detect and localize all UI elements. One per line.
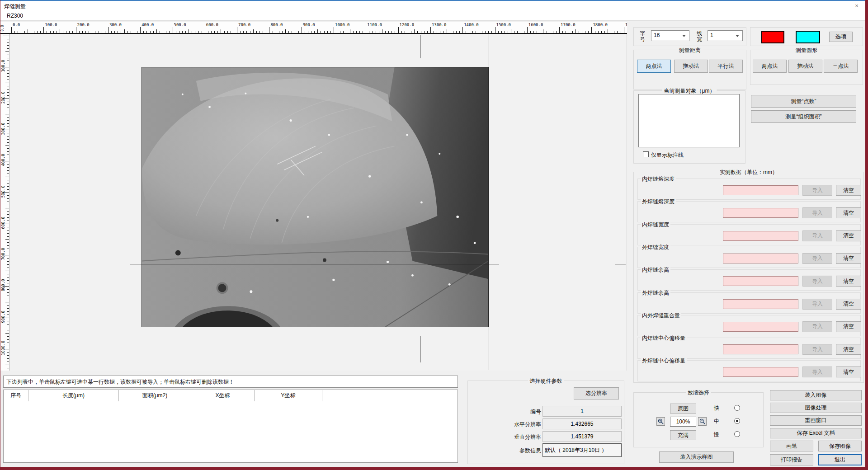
print-report-button[interactable]: 打印报告 [770,454,813,465]
import-button[interactable]: 导入 [802,185,832,196]
zoom-in-button[interactable] [656,417,665,426]
measured-data-group: 实测数据（单位：mm） 内焊缝熔深度导入清空外焊缝熔深度导入清空内焊缝宽度导入清… [633,172,864,383]
style-controls-group: 字号 16 线宽 1 [633,27,746,46]
clear-button[interactable]: 清空 [836,344,861,355]
measured-value-field[interactable] [723,344,798,354]
speed-label-3: 慢 [714,431,719,438]
method-button-3[interactable]: 平行法 [709,60,743,73]
load-demo-button[interactable]: 装入演示样图 [659,451,734,463]
measure-line-horizontal [130,264,499,264]
original-size-button[interactable]: 原图 [670,404,696,414]
speed-radio-1[interactable] [734,405,740,411]
method-button-1[interactable]: 两点法 [753,60,787,73]
method-button-3[interactable]: 三点法 [824,60,858,73]
ruler-v-label: 1100.0 [1,369,5,371]
desktop-edge [0,467,868,470]
ruler-h-label: 1100.0 [367,23,382,27]
import-button[interactable]: 导入 [802,253,832,264]
clear-button[interactable]: 清空 [836,299,861,310]
image-canvas[interactable] [9,34,627,371]
primary-color-swatch[interactable] [761,31,784,43]
ruler-h-label: 1800.0 [593,23,608,27]
table-header-4[interactable]: X坐标 [191,390,255,401]
hardware-group: 选择硬件参数 选分辨率 编号 水平分辨率 垂直分辨率 参数信息 [467,381,624,464]
clear-button[interactable]: 清空 [836,276,861,287]
measured-value-field[interactable] [723,231,798,241]
clear-button[interactable]: 清空 [836,253,861,264]
ruler-h-label: 1300.0 [432,23,447,27]
save-excel-button[interactable]: 保存 Excel 文档 [770,428,862,438]
ruler-v-label: 1000.0 [1,338,5,358]
load-image-button[interactable]: 装入图像 [770,390,862,400]
measured-value-field[interactable] [723,208,798,218]
hardware-title: 选择硬件参数 [528,377,564,385]
import-button[interactable]: 导入 [802,344,832,355]
speed-radio-2[interactable] [734,418,740,424]
measure-area-button[interactable]: 测量“组织面积” [751,110,856,123]
table-header-5[interactable]: Y坐标 [255,390,322,401]
speed-label-2: 中 [714,418,719,425]
h-resolution-field[interactable] [542,418,622,429]
current-object-listbox[interactable] [638,94,740,147]
clear-button[interactable]: 清空 [836,321,861,332]
save-image-button[interactable]: 保存图像 [818,441,862,451]
clear-button[interactable]: 清空 [836,185,861,196]
method-button-2[interactable]: 拖动法 [788,60,822,73]
device-id-label: 编号 [500,408,541,416]
import-button[interactable]: 导入 [802,276,832,287]
clear-button[interactable]: 清空 [836,230,861,241]
desktop: 焊缝测量 × RZ300 0.0 0.0100.0200.0300.0400.0… [0,0,868,470]
measured-value-field[interactable] [723,185,798,195]
table-header-3[interactable]: 面积(μm2) [119,390,191,401]
measured-value-field[interactable] [723,254,798,263]
chevron-down-icon[interactable] [682,35,686,37]
method-button-1[interactable]: 两点法 [637,60,671,73]
import-button[interactable]: 导入 [802,367,832,377]
measure-distance-title: 测量距离 [677,47,703,54]
v-resolution-field[interactable] [542,431,622,442]
zoom-percent-field[interactable] [670,417,696,427]
table-header-2[interactable]: 长度(μm) [28,390,119,401]
chevron-down-icon[interactable] [736,35,739,37]
measured-value-field[interactable] [723,276,798,286]
ruler-h-label: 1400.0 [464,23,479,27]
process-image-button[interactable]: 图像处理 [770,403,862,413]
show-annotation-checkbox[interactable] [643,151,649,157]
measured-row-label: 内焊缝中心偏移量 [641,334,687,342]
clear-button[interactable]: 清空 [836,367,861,377]
page-boundary-line [489,34,489,370]
line-width-label: 线宽 [696,31,703,42]
exit-button[interactable]: 退出 [818,454,862,465]
clear-button[interactable]: 清空 [836,207,861,218]
measured-value-field[interactable] [723,299,798,309]
ruler-h-label: 1700.0 [561,23,576,27]
line-width-select[interactable]: 1 [708,30,743,41]
measured-row: 外焊缝宽度导入清空 [637,247,861,268]
method-button-2[interactable]: 拖动法 [674,60,708,73]
param-info-field[interactable] [542,443,622,457]
table-header-1[interactable]: 序号 [4,390,28,401]
measured-value-field[interactable] [723,322,798,332]
import-button[interactable]: 导入 [802,299,832,310]
close-icon[interactable]: × [851,2,863,10]
pen-button[interactable]: 画笔 [770,441,813,451]
speed-radio-3[interactable] [734,431,740,437]
import-button[interactable]: 导入 [802,230,832,241]
measure-points-button[interactable]: 测量“点数” [751,95,856,108]
ruler-v-label: 500.0 [1,181,5,202]
measured-row-label: 外焊缝宽度 [641,244,670,251]
redraw-window-button[interactable]: 重画窗口 [770,415,862,426]
results-table[interactable]: 序号长度(μm)面积(μm2)X坐标Y坐标 [3,390,458,463]
import-button[interactable]: 导入 [802,207,832,218]
select-resolution-button[interactable]: 选分辨率 [574,387,619,400]
measured-value-field[interactable] [723,367,798,377]
weld-image[interactable] [142,67,489,327]
secondary-color-swatch[interactable] [796,31,820,43]
import-button[interactable]: 导入 [802,321,832,332]
device-id-field[interactable] [542,406,622,417]
zoom-out-button[interactable] [698,417,707,426]
menu-item-rz300[interactable]: RZ300 [3,12,27,20]
options-button[interactable]: 选项 [829,32,853,42]
font-size-select[interactable]: 16 [651,30,689,41]
fit-button[interactable]: 充满 [670,430,696,440]
